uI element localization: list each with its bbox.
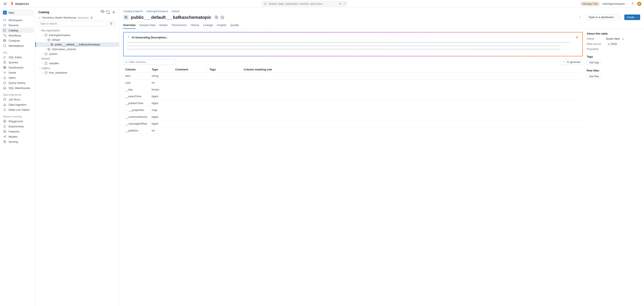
column-comment — [173, 79, 207, 86]
tab-lineage[interactable]: Lineage — [203, 22, 213, 29]
tree-item-schema-default[interactable]: default — [35, 37, 119, 42]
close-icon[interactable] — [575, 35, 579, 39]
model-icon — [3, 135, 6, 138]
nav-workspace[interactable]: Workspace — [1, 17, 34, 23]
nav-catalog[interactable]: Catalog — [1, 28, 34, 33]
kebab-menu[interactable] — [577, 15, 582, 20]
crumb-schema[interactable]: default — [172, 10, 180, 13]
chevron-down-icon — [38, 29, 41, 32]
ai-assistant-icon[interactable] — [630, 2, 634, 6]
nav-dashboards[interactable]: Dashboards — [1, 65, 34, 70]
nav-sql-editor[interactable]: SQL Editor — [1, 55, 34, 60]
new-button[interactable]: + New — [1, 9, 34, 16]
crumb-ws[interactable]: trainingworkspace — [146, 10, 168, 13]
nav-experiments[interactable]: Experiments — [1, 124, 34, 129]
th-tags[interactable]: Tags — [207, 67, 242, 73]
column-name: __properties — [129, 108, 144, 112]
th-column[interactable]: Column — [123, 67, 150, 73]
global-search[interactable]: Search data, notebooks, recents, and mor… — [262, 1, 348, 7]
warehouse-indicator[interactable]: Serverless Starter Warehouse Serverless … — [35, 16, 119, 21]
filter-columns-input[interactable]: Filter columns... — [123, 59, 176, 65]
nav-alerts[interactable]: Alerts — [1, 75, 34, 80]
nav-features[interactable]: Features — [1, 129, 34, 134]
brand-logo[interactable]: databricks — [10, 2, 29, 6]
nav-queries[interactable]: Queries — [1, 60, 34, 65]
nav-playground[interactable]: Playground — [1, 119, 34, 124]
serving-icon — [3, 140, 6, 144]
dlt-icon — [3, 108, 6, 111]
tree-item-workspace[interactable]: trainingworkspace — [35, 33, 119, 37]
copy-icon[interactable] — [214, 15, 218, 19]
table-row[interactable]: __messageOffsetbigint — [123, 120, 583, 127]
nav-marketplace[interactable]: Marketplace — [1, 43, 34, 48]
catalog-explorer: Catalog Serverless Starter Warehouse Ser… — [35, 8, 119, 306]
nav-dlt[interactable]: Delta Live Tables — [1, 107, 34, 112]
gear-icon[interactable] — [100, 10, 105, 14]
add-icon[interactable] — [112, 10, 116, 14]
manage-trial-button[interactable]: Manage Trial — [580, 2, 600, 6]
create-button[interactable]: Create — [624, 14, 640, 20]
open-in-dashboard-button[interactable]: Open in a dashboard — [586, 14, 616, 20]
th-mask[interactable]: Column masking rule — [242, 67, 583, 73]
tabs: Overview Sample Data Details Permissions… — [119, 22, 644, 29]
ai-generate-button[interactable]: AI generate — [560, 59, 583, 65]
chevron-right-icon[interactable] — [125, 109, 128, 112]
tab-permissions[interactable]: Permissions — [172, 22, 187, 29]
tab-overview[interactable]: Overview — [123, 22, 136, 29]
table-row[interactable]: __publishTimebigint — [123, 100, 583, 107]
column-mask — [242, 107, 583, 114]
nav-workflows[interactable]: Workflows — [1, 33, 34, 38]
tree-item-hive[interactable]: hive_metastore — [35, 70, 119, 75]
tree-item-info-schema[interactable]: information_schema — [35, 47, 119, 52]
nav-data-ingestion[interactable]: Data Ingestion — [1, 102, 34, 107]
tree-search-input[interactable]: Type to search... — [38, 21, 107, 26]
tree-item-table-selected[interactable]: public___default___kafkaschematopic — [35, 42, 119, 47]
table-row[interactable]: __partitionint — [123, 127, 583, 134]
user-avatar[interactable]: D — [637, 2, 642, 6]
nav-genie[interactable]: Genie — [1, 70, 34, 75]
hamburger-menu[interactable] — [2, 1, 8, 6]
tree-item-system[interactable]: system — [35, 52, 119, 56]
tab-details[interactable]: Details — [159, 22, 168, 29]
table-row[interactable]: __keybinary — [123, 86, 583, 93]
th-type[interactable]: Type — [150, 67, 173, 73]
table-row[interactable]: __eventTimebigint — [123, 93, 583, 100]
filter-button[interactable] — [108, 21, 116, 26]
th-comment[interactable]: Comment — [173, 67, 207, 73]
nav-job-runs[interactable]: Job Runs — [1, 97, 34, 102]
tab-insights[interactable]: Insights — [217, 22, 226, 29]
add-tags-button[interactable]: Add tags — [587, 60, 602, 65]
refresh-icon[interactable] — [106, 10, 110, 14]
edit-icon[interactable] — [622, 37, 625, 40]
nav-recents[interactable]: Recents — [1, 23, 34, 28]
server-icon — [3, 39, 6, 42]
crumb-root[interactable]: Catalog Explorer — [123, 10, 143, 13]
columns-table: Column Type Comment Tags Column masking … — [123, 67, 583, 134]
add-filter-button[interactable]: Add filter — [587, 74, 602, 79]
nav-sql-warehouses[interactable]: SQL Warehouses — [1, 85, 34, 90]
column-name: __messageOffset — [125, 122, 147, 125]
tree-section-legacy[interactable]: Legacy — [35, 66, 119, 70]
column-name: __eventTime — [125, 95, 141, 98]
star-icon[interactable] — [220, 15, 224, 19]
nav-serving[interactable]: Serving — [1, 139, 34, 144]
table-row[interactable]: costint — [123, 79, 583, 86]
tree-section-shared[interactable]: Shared — [35, 56, 119, 61]
tree-section-my-org[interactable]: My organization — [35, 28, 119, 33]
table-row[interactable]: __propertiesmap — [123, 107, 583, 114]
tab-sample-data[interactable]: Sample Data — [140, 22, 156, 29]
about-popularity-key: Popularity — [587, 48, 606, 51]
tab-quality[interactable]: Quality — [230, 22, 239, 29]
nav-models[interactable]: Models — [1, 134, 34, 139]
nav-compute[interactable]: Compute — [1, 38, 34, 43]
tree-item-samples[interactable]: samples — [35, 61, 119, 66]
nav-query-history[interactable]: Query History — [1, 80, 34, 85]
svg-line-32 — [4, 136, 5, 137]
open-in-dashboard-dropdown[interactable] — [616, 14, 620, 20]
table-row[interactable]: __schemaVersionbigint — [123, 114, 583, 120]
tab-history[interactable]: History — [191, 22, 199, 29]
table-row[interactable]: itemstring — [123, 73, 583, 79]
workspace-switcher[interactable]: trainingworkspace — [602, 2, 628, 5]
column-type: bigint — [150, 114, 173, 120]
catalog-icon — [44, 71, 48, 74]
